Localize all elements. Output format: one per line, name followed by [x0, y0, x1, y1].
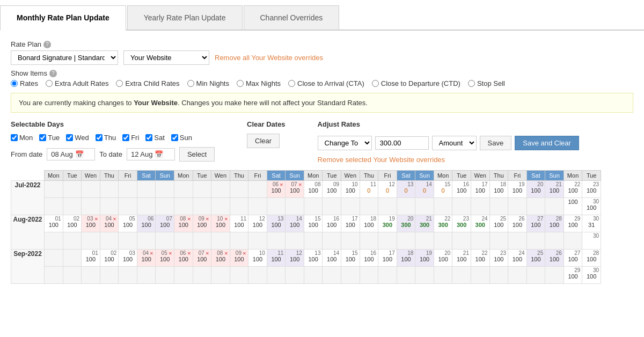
cal-header-wen3: Wen: [341, 171, 360, 181]
radio-rates[interactable]: Rates: [11, 79, 38, 87]
cal-header-mon4: Mon: [434, 171, 452, 181]
cb-mon[interactable]: Mon: [11, 134, 33, 142]
tab-monthly[interactable]: Monthly Rate Plan Update: [0, 5, 126, 31]
cal-header-wen2: Wen: [211, 171, 230, 181]
banner-bold: Your Website: [134, 99, 178, 107]
cal-header-tue3: Tue: [323, 171, 341, 181]
selectable-days-label: Selectable Days: [11, 120, 215, 128]
adjust-rates-group: Adjust Rates Change To Amount Save Save …: [318, 120, 579, 164]
cal-header-fri3: Fri: [378, 171, 397, 181]
calendar-container: Mon Tue Wen Thu Fri Sat Sun Mon Tue Wen …: [11, 170, 633, 284]
cb-thu[interactable]: Thu: [96, 134, 116, 142]
rate-plan-label-row: Rate Plan ?: [11, 40, 633, 48]
remove-all-link[interactable]: Remove all Your Website overrides: [215, 54, 323, 62]
radio-extra-adult[interactable]: Extra Adult Rates: [46, 79, 108, 87]
cal-header-sat3: Sat: [397, 171, 415, 181]
rate-plan-select[interactable]: Bonard Signature | Standard R: [11, 50, 118, 65]
to-date-label: To date: [99, 150, 122, 158]
cal-header-tue1: Tue: [63, 171, 82, 181]
cal-header-wen1: Wen: [82, 171, 100, 181]
radio-min-nights-input[interactable]: [187, 80, 194, 87]
cal-header-mon2: Mon: [174, 171, 193, 181]
clear-button[interactable]: Clear: [247, 134, 280, 148]
days-checkboxes: Mon Tue Wed Thu Fri Sat Sun: [11, 134, 215, 142]
rate-plan-help-icon[interactable]: ?: [43, 41, 51, 48]
cal-header-sat1: Sat: [137, 171, 156, 181]
cb-wed[interactable]: Wed: [66, 134, 89, 142]
date-range-row: From date 08 Aug 📅 To date 12 Aug 📅 Sele…: [11, 147, 215, 162]
controls-row: Selectable Days Mon Tue Wed Thu Fri Sat …: [11, 120, 633, 164]
cal-header-mon3: Mon: [304, 171, 323, 181]
radio-ctd-input[interactable]: [372, 80, 379, 87]
clear-dates-group: Clear Dates Clear: [247, 120, 286, 148]
radio-extra-child-input[interactable]: [116, 80, 123, 87]
tabs-container: Monthly Rate Plan Update Yearly Rate Pla…: [0, 5, 644, 31]
tab-channel[interactable]: Channel Overrides: [244, 5, 340, 30]
to-date-calendar-icon[interactable]: 📅: [155, 150, 163, 158]
rate-plan-label: Rate Plan: [11, 40, 41, 48]
remove-selected-link[interactable]: Remove selected Your Website overrides: [318, 156, 579, 164]
select-button[interactable]: Select: [179, 147, 215, 162]
cb-tue[interactable]: Tue: [39, 134, 60, 142]
cal-header-sun1: Sun: [156, 171, 174, 181]
radio-extra-adult-input[interactable]: [46, 80, 53, 87]
change-to-select[interactable]: Change To: [318, 136, 372, 150]
selectable-days-group: Selectable Days Mon Tue Wed Thu Fri Sat …: [11, 120, 215, 162]
cal-header-tue2: Tue: [193, 171, 211, 181]
info-banner: You are currently making changes to Your…: [11, 93, 633, 113]
cal-header-sun2: Sun: [286, 171, 304, 181]
cal-header-fri2: Fri: [248, 171, 267, 181]
cal-header-thu2: Thu: [230, 171, 248, 181]
show-items-row: Rates Extra Adult Rates Extra Child Rate…: [11, 79, 633, 87]
radio-min-nights[interactable]: Min Nights: [187, 79, 229, 87]
radio-rates-input[interactable]: [11, 80, 18, 87]
cal-header-fri4: Fri: [508, 171, 527, 181]
radio-extra-child[interactable]: Extra Child Rates: [116, 79, 179, 87]
to-date-input[interactable]: 12 Aug 📅: [127, 148, 175, 160]
cb-sun[interactable]: Sun: [171, 134, 192, 142]
cal-header-sat4: Sat: [526, 171, 545, 181]
cal-header-fri1: Fri: [119, 171, 137, 181]
cb-fri[interactable]: Fri: [122, 134, 139, 142]
radio-ctd[interactable]: Close to Departure (CTD): [372, 79, 460, 87]
cb-sat[interactable]: Sat: [145, 134, 165, 142]
radio-cta-input[interactable]: [288, 80, 295, 87]
save-button[interactable]: Save: [480, 136, 512, 150]
clear-dates-label: Clear Dates: [247, 120, 286, 128]
cal-header-sun3: Sun: [415, 171, 434, 181]
rate-amount-input[interactable]: [375, 136, 429, 150]
cal-header-thu3: Thu: [360, 171, 378, 181]
radio-stop-sell-input[interactable]: [468, 80, 475, 87]
rate-plan-row: Bonard Signature | Standard R Your Websi…: [11, 50, 633, 65]
cal-header-mon5: Mon: [564, 171, 582, 181]
radio-max-nights[interactable]: Max Nights: [237, 79, 281, 87]
calendar-table: Mon Tue Wen Thu Fri Sat Sun Mon Tue Wen …: [11, 170, 601, 284]
radio-stop-sell[interactable]: Stop Sell: [468, 79, 505, 87]
cal-header-sat2: Sat: [267, 171, 286, 181]
save-and-clear-button[interactable]: Save and Clear: [515, 136, 579, 150]
show-items-label: Show Items: [11, 69, 47, 77]
channel-select[interactable]: Your Website: [123, 50, 209, 65]
from-date-calendar-icon[interactable]: 📅: [75, 150, 84, 158]
from-date-label: From date: [11, 150, 42, 158]
from-date-input[interactable]: 08 Aug 📅: [47, 148, 95, 160]
show-items-label-row: Show Items ?: [11, 69, 633, 77]
radio-max-nights-input[interactable]: [237, 80, 244, 87]
cal-header-thu4: Thu: [489, 171, 508, 181]
amount-type-select[interactable]: Amount: [432, 136, 477, 150]
cal-header-wen4: Wen: [471, 171, 489, 181]
adjust-controls: Change To Amount Save Save and Clear: [318, 136, 579, 150]
cal-header-sun4: Sun: [545, 171, 564, 181]
cal-header-tue5: Tue: [582, 171, 601, 181]
radio-cta[interactable]: Close to Arrival (CTA): [288, 79, 364, 87]
show-items-help-icon[interactable]: ?: [49, 70, 57, 77]
cal-header-mon1: Mon: [45, 171, 63, 181]
tab-yearly[interactable]: Yearly Rate Plan Update: [127, 5, 243, 30]
cal-header-tue4: Tue: [452, 171, 471, 181]
adjust-rates-label: Adjust Rates: [318, 120, 579, 128]
cal-header-thu1: Thu: [100, 171, 119, 181]
